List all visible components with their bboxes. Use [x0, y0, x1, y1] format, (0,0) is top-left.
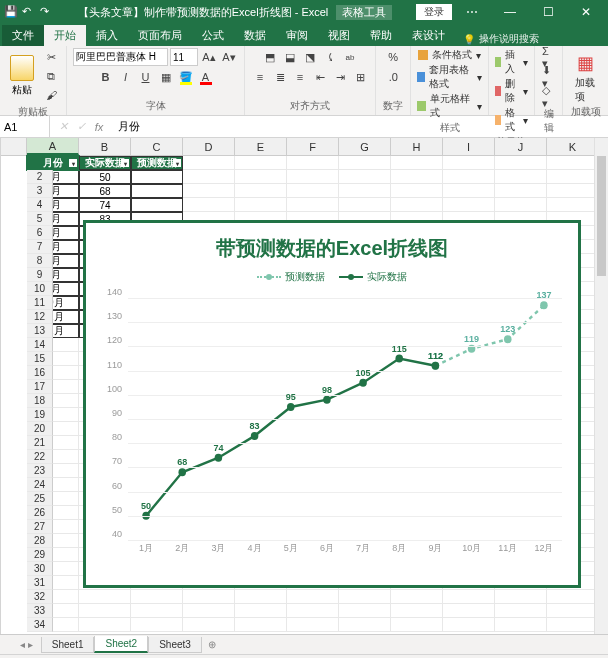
align-right-icon[interactable]: ≡	[291, 68, 309, 86]
cell[interactable]	[287, 170, 339, 184]
cell[interactable]	[391, 618, 443, 632]
cell[interactable]	[235, 184, 287, 198]
col-header-B[interactable]: B	[79, 138, 131, 155]
close-icon[interactable]: ✕	[568, 2, 604, 22]
cell[interactable]	[547, 170, 599, 184]
col-header-I[interactable]: I	[443, 138, 495, 155]
tab-file[interactable]: 文件	[2, 25, 44, 46]
tab-审阅[interactable]: 审阅	[276, 25, 318, 46]
increase-indent-icon[interactable]: ⇥	[331, 68, 349, 86]
redo-icon[interactable]: ↷	[40, 5, 54, 19]
insert-cells-button[interactable]: 插入 ▾	[495, 48, 528, 76]
tab-表设计[interactable]: 表设计	[402, 25, 455, 46]
cell[interactable]	[495, 198, 547, 212]
decimal-icon[interactable]: .0	[384, 68, 402, 86]
row-header-29[interactable]: 29	[27, 548, 53, 562]
cell[interactable]	[79, 604, 131, 618]
cell[interactable]	[547, 604, 599, 618]
font-size-select[interactable]	[170, 48, 198, 66]
cell[interactable]	[183, 156, 235, 170]
chart-object[interactable]: 带预测数据的Excel折线图 预测数据 实际数据 405060708090100…	[83, 220, 581, 588]
col-header-D[interactable]: D	[183, 138, 235, 155]
legend-entry-actual[interactable]: 实际数据	[339, 270, 407, 284]
row-header-3[interactable]: 3	[27, 184, 53, 198]
copy-icon[interactable]: ⧉	[42, 67, 60, 85]
cell[interactable]	[495, 618, 547, 632]
row-header-18[interactable]: 18	[27, 394, 53, 408]
cell[interactable]	[443, 184, 495, 198]
tab-帮助[interactable]: 帮助	[360, 25, 402, 46]
fx-icon[interactable]: fx	[90, 121, 108, 133]
col-header-E[interactable]: E	[235, 138, 287, 155]
cell[interactable]	[391, 604, 443, 618]
decrease-indent-icon[interactable]: ⇤	[311, 68, 329, 86]
legend-entry-forecast[interactable]: 预测数据	[257, 270, 325, 284]
row-header-12[interactable]: 12	[27, 310, 53, 324]
cell[interactable]: 实际数据	[79, 156, 131, 170]
row-header-20[interactable]: 20	[27, 422, 53, 436]
tab-视图[interactable]: 视图	[318, 25, 360, 46]
align-middle-icon[interactable]: ⬓	[281, 48, 299, 66]
cell[interactable]	[287, 156, 339, 170]
row-header-33[interactable]: 33	[27, 604, 53, 618]
row-header-19[interactable]: 19	[27, 408, 53, 422]
autosave-icon[interactable]: 💾	[4, 5, 18, 19]
cell[interactable]	[443, 156, 495, 170]
tab-开始[interactable]: 开始	[44, 25, 86, 46]
cell[interactable]	[443, 590, 495, 604]
fill-color-icon[interactable]: 🪣	[177, 68, 195, 86]
enter-formula-icon[interactable]: ✓	[72, 120, 90, 133]
cell[interactable]	[287, 618, 339, 632]
sheet-tab-Sheet1[interactable]: Sheet1	[41, 637, 95, 653]
row-header-21[interactable]: 21	[27, 436, 53, 450]
format-painter-icon[interactable]: 🖌	[42, 86, 60, 104]
tab-数据[interactable]: 数据	[234, 25, 276, 46]
row-header-22[interactable]: 22	[27, 450, 53, 464]
cancel-formula-icon[interactable]: ✕	[54, 120, 72, 133]
vertical-scrollbar[interactable]	[594, 138, 608, 634]
row-header-2[interactable]: 2	[27, 170, 53, 184]
cell[interactable]	[131, 198, 183, 212]
chart-legend[interactable]: 预测数据 实际数据	[86, 266, 578, 292]
cell[interactable]	[235, 170, 287, 184]
addins-button[interactable]: ▦ 加载项	[569, 48, 602, 104]
name-box[interactable]: A1	[0, 116, 50, 137]
ribbon-options-icon[interactable]: ⋯	[454, 2, 490, 22]
cell[interactable]	[235, 590, 287, 604]
cell[interactable]	[391, 198, 443, 212]
paste-button[interactable]: 粘贴	[6, 53, 38, 99]
row-header-17[interactable]: 17	[27, 380, 53, 394]
sheet-tab-Sheet3[interactable]: Sheet3	[148, 637, 202, 653]
cell[interactable]	[183, 170, 235, 184]
cell[interactable]	[287, 184, 339, 198]
cell[interactable]	[495, 184, 547, 198]
delete-cells-button[interactable]: 删除 ▾	[495, 77, 528, 105]
row-header-30[interactable]: 30	[27, 562, 53, 576]
row-header-32[interactable]: 32	[27, 590, 53, 604]
conditional-format-button[interactable]: 条件格式 ▾	[418, 48, 481, 62]
number-format-icon[interactable]: %	[384, 48, 402, 66]
font-name-select[interactable]	[73, 48, 168, 66]
undo-icon[interactable]: ↶	[22, 5, 36, 19]
row-header-34[interactable]: 34	[27, 618, 53, 632]
plot-area[interactable]: 405060708090100110120130140 112119123137…	[98, 292, 566, 560]
cell[interactable]	[131, 184, 183, 198]
row-header-31[interactable]: 31	[27, 576, 53, 590]
cell[interactable]	[339, 198, 391, 212]
cell[interactable]	[131, 604, 183, 618]
cell[interactable]	[547, 618, 599, 632]
tab-插入[interactable]: 插入	[86, 25, 128, 46]
cell[interactable]	[443, 618, 495, 632]
cell-styles-button[interactable]: 单元格样式 ▾	[417, 92, 481, 120]
chart-title[interactable]: 带预测数据的Excel折线图	[86, 223, 578, 266]
cell[interactable]	[235, 618, 287, 632]
col-header-F[interactable]: F	[287, 138, 339, 155]
scroll-thumb[interactable]	[597, 156, 606, 276]
col-header-K[interactable]: K	[547, 138, 599, 155]
cell[interactable]	[547, 590, 599, 604]
row-header-5[interactable]: 5	[27, 212, 53, 226]
row-header-16[interactable]: 16	[27, 366, 53, 380]
row-header-13[interactable]: 13	[27, 324, 53, 338]
row-header-9[interactable]: 9	[27, 268, 53, 282]
row-header-6[interactable]: 6	[27, 226, 53, 240]
